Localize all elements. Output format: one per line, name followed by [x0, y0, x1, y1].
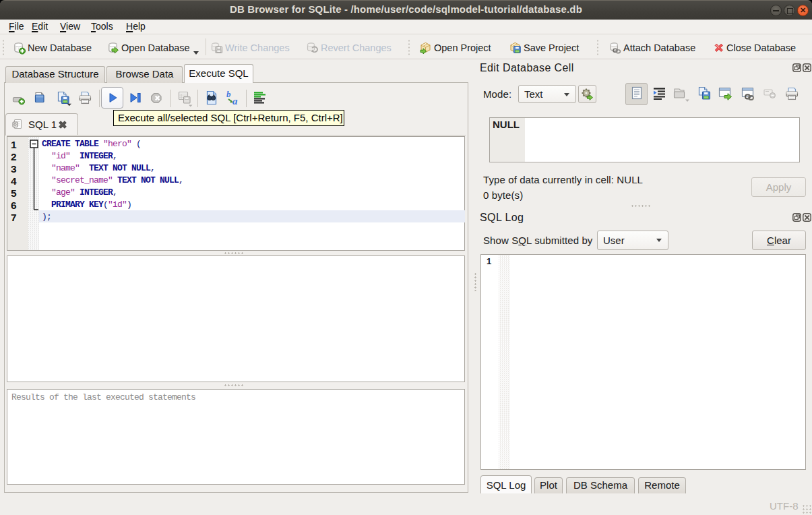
svg-text:a: a — [232, 96, 238, 107]
svg-text:b: b — [226, 90, 231, 99]
